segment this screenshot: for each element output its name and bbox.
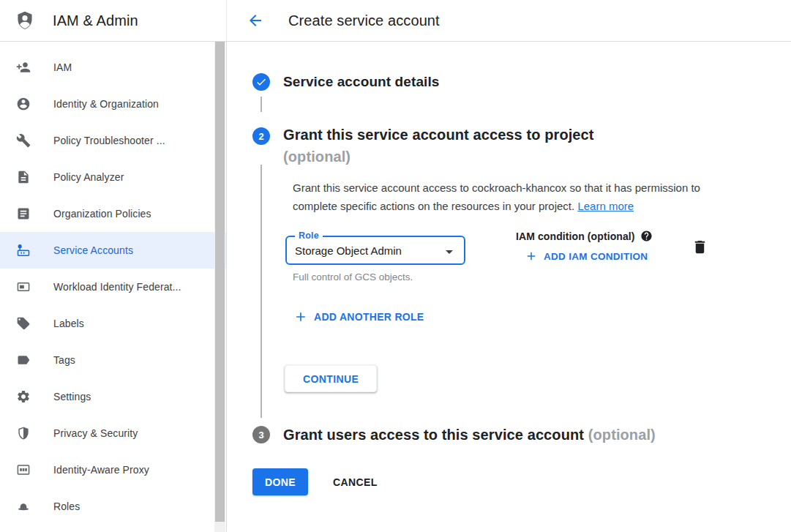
step-connector: [260, 165, 262, 418]
iam-condition-label: IAM condition (optional): [516, 231, 635, 242]
sidebar-item-tags[interactable]: Tags: [0, 342, 226, 378]
half-shield-icon: [16, 426, 31, 441]
sidebar-item-identity-aware-proxy[interactable]: Identity-Aware Proxy: [0, 452, 226, 488]
sidebar-item-organization-policies[interactable]: Organization Policies: [0, 195, 226, 232]
plus-icon: [293, 310, 308, 324]
page-header: Create service account: [227, 0, 791, 41]
sidebar-item-label: IAM: [53, 61, 72, 73]
dropdown-arrow-icon: [441, 243, 458, 261]
step2-title: Grant this service account access to pro…: [283, 124, 594, 168]
add-iam-condition-label: ADD IAM CONDITION: [544, 251, 648, 262]
sidebar-item-label: Organization Policies: [53, 208, 151, 220]
step2-description: Grant this service account access to coc…: [293, 179, 727, 215]
plus-icon: [525, 250, 538, 263]
document-lines-icon: [16, 206, 31, 221]
sidebar-item-roles[interactable]: Roles: [0, 488, 226, 525]
sidebar-item-label: Settings: [53, 391, 91, 402]
step3-number: 3: [258, 430, 263, 441]
learn-more-link[interactable]: Learn more: [577, 200, 634, 212]
sidebar-item-workload-identity-federation[interactable]: Workload Identity Federat...: [0, 269, 226, 305]
help-icon[interactable]: [640, 230, 653, 242]
back-arrow-icon[interactable]: [247, 12, 264, 29]
step1-title: Service account details: [283, 74, 440, 90]
trash-icon: [691, 239, 708, 255]
sidebar-item-label: Labels: [53, 318, 84, 329]
continue-button[interactable]: CONTINUE: [285, 365, 377, 392]
sidebar-item-policy-troubleshooter[interactable]: Policy Troubleshooter ...: [0, 122, 226, 159]
sidebar-item-label: Service Accounts: [53, 244, 133, 256]
sidebar-item-label: Roles: [53, 501, 80, 512]
create-service-account-screen: IAM & Admin Create service account IAM I…: [0, 0, 791, 532]
iam-shield-icon: [15, 10, 35, 31]
sidebar-scrollbar-thumb[interactable]: [215, 42, 225, 522]
iam-condition-header: IAM condition (optional): [516, 230, 653, 242]
top-header: IAM & Admin Create service account: [0, 0, 791, 42]
step2-number: 2: [258, 131, 263, 142]
badge-card-icon: [16, 280, 31, 294]
hat-icon: [16, 499, 31, 514]
sidebar-item-iam[interactable]: IAM: [0, 49, 226, 86]
delete-role-button[interactable]: [691, 239, 709, 256]
proxy-grid-icon: [16, 462, 31, 477]
role-helper-text: Full control of GCS objects.: [293, 271, 413, 282]
sidebar-item-service-accounts[interactable]: Service Accounts: [0, 232, 226, 269]
person-circle-icon: [16, 97, 31, 111]
sidebar-item-labels[interactable]: Labels: [0, 305, 226, 342]
sidebar-item-label: Workload Identity Federat...: [53, 281, 181, 293]
step-connector: [260, 97, 262, 112]
add-iam-condition-button[interactable]: ADD IAM CONDITION: [525, 250, 648, 263]
sidebar-scrollbar-track: [214, 42, 225, 532]
step3-optional-label: (optional): [588, 427, 656, 443]
add-another-role-button[interactable]: ADD ANOTHER ROLE: [293, 310, 424, 324]
main-content: Service account details 2 Grant this ser…: [227, 42, 791, 532]
role-select[interactable]: Role Storage Object Admin: [285, 236, 465, 265]
price-tag-icon: [16, 316, 31, 331]
sidebar-item-label: Identity-Aware Proxy: [53, 464, 149, 476]
cancel-button[interactable]: CANCEL: [324, 468, 386, 495]
sidebar-item-policy-analyzer[interactable]: Policy Analyzer: [0, 159, 226, 195]
robot-icon: [16, 243, 31, 258]
sidebar-item-settings[interactable]: Settings: [0, 378, 226, 415]
sidebar-item-privacy-security[interactable]: Privacy & Security: [0, 415, 226, 452]
step3-number-badge: 3: [252, 426, 270, 443]
sidebar-nav-list: IAM Identity & Organization Policy Troub…: [0, 42, 226, 525]
check-icon: [255, 76, 267, 88]
step2-title-text: Grant this service account access to pro…: [283, 124, 594, 146]
role-field-label: Role: [295, 231, 323, 241]
app-title: IAM & Admin: [53, 12, 138, 29]
tag-arrow-icon: [16, 353, 31, 367]
step3-title-text: Grant users access to this service accou…: [283, 427, 584, 443]
sidebar-item-label: Tags: [53, 354, 75, 366]
document-gear-icon: [16, 170, 31, 184]
sidebar: IAM Identity & Organization Policy Troub…: [0, 42, 227, 532]
step2-number-badge: 2: [252, 127, 270, 145]
app-header: IAM & Admin: [0, 0, 227, 41]
step3-title: Grant users access to this service accou…: [283, 427, 656, 443]
role-selected-value: Storage Object Admin: [295, 244, 402, 257]
gear-icon: [16, 389, 31, 404]
sidebar-item-label: Policy Analyzer: [53, 171, 124, 183]
done-button[interactable]: DONE: [252, 468, 308, 495]
sidebar-item-label: Privacy & Security: [53, 427, 138, 439]
step2-description-text: Grant this service account access to coc…: [293, 181, 700, 212]
sidebar-item-identity-organization[interactable]: Identity & Organization: [0, 86, 226, 122]
step1-complete-icon: [252, 73, 270, 91]
add-another-role-label: ADD ANOTHER ROLE: [314, 311, 424, 323]
wrench-icon: [16, 133, 31, 148]
sidebar-item-label: Policy Troubleshooter ...: [53, 135, 165, 146]
person-add-icon: [16, 60, 31, 75]
page-title: Create service account: [288, 12, 440, 29]
sidebar-item-label: Identity & Organization: [53, 98, 159, 110]
step2-optional-label: (optional): [283, 146, 594, 168]
